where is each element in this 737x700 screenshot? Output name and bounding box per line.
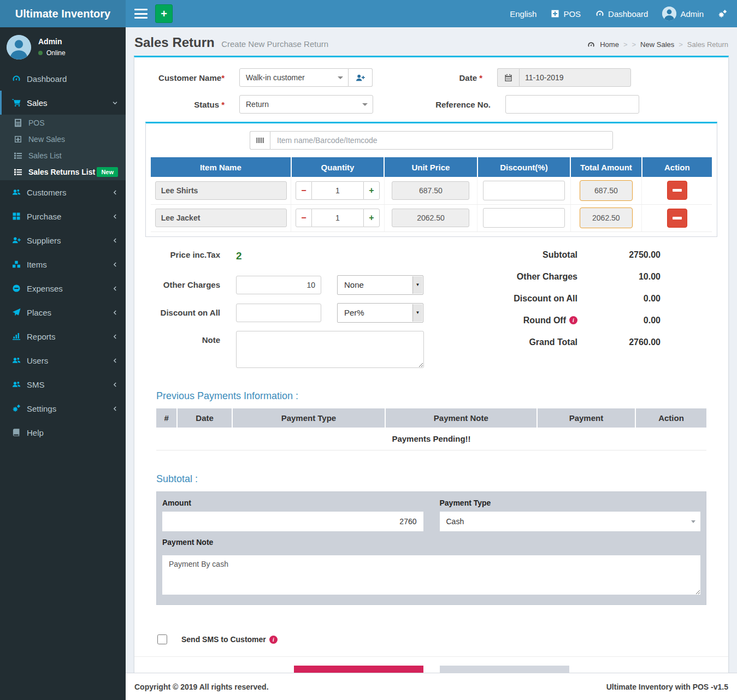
sidebar-item-help[interactable]: Help — [0, 420, 126, 444]
previous-payments-section: Previous Payments Information : # Date P… — [156, 390, 706, 451]
discount-on-all-label: Discount on All — [145, 308, 220, 317]
sidebar-item-reports[interactable]: Reports — [0, 324, 126, 348]
nav-dashboard-link[interactable]: Dashboard — [595, 9, 648, 19]
note-textarea[interactable] — [236, 331, 424, 368]
sidebar-item-customers[interactable]: Customers — [0, 180, 126, 204]
payment-type-select[interactable]: Cash — [440, 512, 701, 531]
unit-price-input[interactable] — [392, 181, 469, 200]
user-menu[interactable]: Admin — [662, 7, 704, 21]
users-icon — [10, 380, 22, 389]
menu-toggle-icon[interactable] — [134, 9, 148, 19]
nav-pos-link[interactable]: POS — [551, 9, 581, 19]
sidebar-item-users[interactable]: Users — [0, 348, 126, 372]
quantity-increase-button[interactable]: + — [363, 209, 380, 227]
quantity-decrease-button[interactable]: − — [296, 209, 312, 227]
quantity-input[interactable] — [312, 209, 363, 227]
bar-chart-icon — [10, 332, 22, 341]
user-avatar — [662, 7, 676, 21]
minus-circle-icon — [10, 284, 22, 293]
date-input[interactable] — [519, 68, 631, 87]
breadcrumb-new-sales[interactable]: New Sales — [640, 40, 674, 49]
sidebar-user-status: Online — [38, 49, 66, 57]
sidebar-item-pos[interactable]: POS — [0, 115, 126, 131]
plus-square-icon — [551, 9, 559, 18]
reference-input[interactable] — [505, 95, 639, 114]
discount-input[interactable] — [483, 208, 565, 228]
sidebar-item-sales-returns-list[interactable]: Sales Returns List New — [0, 164, 126, 180]
breadcrumb-current: Sales Return — [687, 40, 728, 49]
items-header-unit-price: Unit Price — [384, 157, 477, 177]
sidebar-item-places[interactable]: Places — [0, 300, 126, 324]
new-badge: New — [97, 167, 118, 177]
info-icon[interactable]: i — [269, 636, 278, 644]
chevron-left-icon — [112, 382, 118, 388]
discount-total-label: Discount on All — [457, 294, 577, 304]
sidebar-user-name: Admin — [38, 37, 66, 46]
quick-add-button[interactable]: + — [155, 4, 173, 23]
item-name-input[interactable] — [155, 209, 287, 227]
app-logo[interactable]: Ultimate Inventory — [0, 0, 126, 27]
status-select[interactable]: Return — [239, 95, 373, 114]
other-charges-type-select[interactable]: None ▼ — [337, 275, 423, 295]
previous-payments-heading: Previous Payments Information : — [156, 390, 706, 402]
language-menu[interactable]: English — [510, 9, 536, 19]
payments-table: # Date Payment Type Payment Note Payment… — [156, 408, 706, 451]
users-icon — [10, 356, 22, 365]
payment-note-textarea[interactable]: Payment By cash — [162, 555, 700, 595]
quantity-increase-button[interactable]: + — [363, 181, 380, 200]
chevron-left-icon — [112, 213, 118, 220]
customer-select[interactable]: Walk-in customer — [239, 68, 349, 87]
home-icon — [587, 41, 596, 49]
send-sms-checkbox[interactable] — [157, 634, 167, 644]
caret-down-icon: ▼ — [412, 304, 422, 322]
quantity-input[interactable] — [312, 181, 363, 200]
sales-return-form-panel: Customer Name* Walk-in customer Date * — [134, 56, 729, 698]
sidebar-item-sales-list[interactable]: Sales List — [0, 147, 126, 164]
items-header-action: Action — [642, 157, 712, 177]
add-customer-button[interactable] — [349, 68, 373, 87]
sidebar-item-items[interactable]: Items — [0, 252, 126, 276]
sidebar-item-new-sales[interactable]: New Sales — [0, 131, 126, 147]
sidebar-item-purchase[interactable]: Purchase — [0, 204, 126, 228]
sidebar-item-dashboard[interactable]: Dashboard — [0, 67, 126, 91]
amount-input[interactable] — [162, 512, 423, 531]
settings-gear-icon[interactable] — [718, 9, 727, 19]
total-amount-input[interactable] — [580, 207, 633, 228]
payment-note-label: Payment Note — [162, 538, 700, 547]
item-search-input[interactable] — [270, 131, 613, 150]
other-charges-total-label: Other Charges — [457, 272, 577, 282]
items-header-discount: Discount(%) — [477, 157, 570, 177]
remove-item-button[interactable] — [667, 181, 687, 200]
discount-total-value: 0.00 — [577, 294, 661, 304]
top-navbar: Ultimate Inventory + English POS Dashboa… — [0, 0, 737, 27]
payment-type-label: Payment Type — [440, 499, 701, 507]
discount-input[interactable] — [483, 181, 565, 200]
items-header-total: Total Amount — [570, 157, 641, 177]
sms-row: Send SMS to Customeri — [157, 634, 706, 656]
sidebar-item-sms[interactable]: SMS — [0, 372, 126, 396]
chevron-left-icon — [112, 334, 118, 340]
remove-item-button[interactable] — [667, 209, 687, 228]
item-name-input[interactable] — [155, 181, 287, 200]
quantity-decrease-button[interactable]: − — [296, 181, 312, 200]
discount-on-all-input[interactable] — [236, 304, 321, 322]
breadcrumb-home[interactable]: Home — [600, 40, 619, 49]
items-header-quantity: Quantity — [291, 157, 384, 177]
unit-price-input[interactable] — [392, 209, 469, 227]
other-charges-input[interactable] — [236, 276, 321, 294]
sidebar-item-sales[interactable]: Sales — [0, 91, 126, 115]
chevron-left-icon — [112, 238, 118, 244]
payments-header-note: Payment Note — [385, 408, 537, 428]
sidebar-item-expenses[interactable]: Expenses — [0, 276, 126, 300]
grand-total-label: Grand Total — [457, 337, 577, 347]
payments-header-action: Action — [635, 408, 706, 428]
sidebar-item-suppliers[interactable]: Suppliers — [0, 228, 126, 252]
discount-type-select[interactable]: Per% ▼ — [337, 303, 423, 323]
chevron-left-icon — [112, 189, 118, 195]
page-title: Sales Return — [134, 35, 215, 50]
payments-empty-message: Payments Pending!! — [156, 428, 706, 450]
total-amount-input[interactable] — [580, 180, 633, 201]
sidebar-item-settings[interactable]: Settings — [0, 396, 126, 420]
other-charges-label: Other Charges — [145, 280, 220, 289]
info-icon[interactable]: i — [569, 316, 577, 324]
